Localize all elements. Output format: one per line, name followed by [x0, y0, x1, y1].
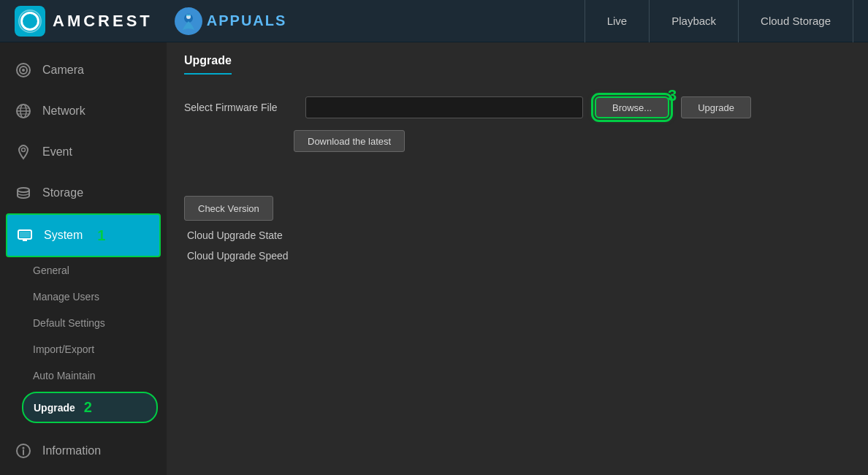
cloud-upgrade-state-label: Cloud Upgrade State [187, 229, 283, 241]
sidebar-label-information: Information [42, 444, 101, 457]
network-icon [15, 102, 32, 120]
firmware-row: Select Firmware File Browse... 3 Upgrade [184, 96, 850, 118]
upgrade-button[interactable]: Upgrade [681, 96, 751, 118]
event-icon [15, 143, 32, 161]
logo-area: AMCREST APPUALS [15, 6, 585, 37]
submenu-upgrade-label: Upgrade [34, 402, 75, 414]
storage-icon [15, 184, 32, 202]
annotation-3: 3 [668, 86, 677, 105]
sidebar-label-event: Event [42, 145, 72, 159]
sidebar: Camera Network Ev [0, 42, 167, 475]
amcrest-logo-text: AMCREST [53, 12, 153, 31]
browse-wrapper: Browse... 3 [595, 96, 669, 118]
sidebar-item-event[interactable]: Event [0, 132, 167, 172]
annotation-1: 1 [97, 227, 105, 244]
info-icon [15, 442, 32, 460]
submenu-general[interactable]: General [0, 257, 167, 284]
check-version-button[interactable]: Check Version [184, 196, 273, 221]
sidebar-item-storage[interactable]: Storage [0, 172, 167, 213]
check-version-row: Check Version [184, 196, 850, 221]
annotation-2: 2 [84, 399, 92, 416]
submenu-default-settings[interactable]: Default Settings [0, 310, 167, 336]
sidebar-item-system[interactable]: System 1 [6, 213, 161, 257]
camera-icon [15, 61, 32, 79]
sidebar-label-system: System [44, 229, 83, 242]
download-row: Download the latest [184, 130, 850, 152]
content-body: Select Firmware File Browse... 3 Upgrade… [167, 75, 868, 475]
sidebar-label-storage: Storage [42, 186, 83, 200]
svg-rect-14 [20, 232, 30, 238]
sidebar-label-network: Network [42, 104, 85, 118]
svg-point-11 [22, 148, 26, 152]
nav-cloud-storage[interactable]: Cloud Storage [739, 0, 853, 42]
cloud-upgrade-speed-label: Cloud Upgrade Speed [187, 250, 289, 262]
firmware-label: Select Firmware File [184, 102, 294, 113]
submenu-import-export[interactable]: Import/Export [0, 336, 167, 362]
sidebar-label-camera: Camera [42, 64, 84, 77]
sidebar-item-camera[interactable]: Camera [0, 50, 167, 91]
content-area: Upgrade Select Firmware File Browse... 3… [167, 42, 868, 475]
svg-point-12 [18, 188, 29, 192]
cloud-upgrade-speed-row: Cloud Upgrade Speed [184, 250, 850, 262]
page-title: Upgrade [184, 54, 232, 72]
nav-live[interactable]: Live [585, 0, 650, 42]
svg-point-18 [23, 447, 25, 449]
firmware-file-input[interactable] [305, 96, 583, 118]
system-icon [16, 227, 34, 244]
cloud-upgrade-state-row: Cloud Upgrade State [184, 229, 850, 241]
appuals-logo-icon [175, 7, 202, 35]
sidebar-item-network[interactable]: Network [0, 91, 167, 132]
svg-rect-2 [186, 15, 191, 16]
submenu-auto-maintain[interactable]: Auto Maintain [0, 362, 167, 389]
svg-point-5 [22, 69, 25, 72]
download-button[interactable]: Download the latest [294, 130, 405, 152]
nav-playback[interactable]: Playback [650, 0, 739, 42]
sidebar-item-information[interactable]: Information [0, 430, 167, 471]
submenu-upgrade[interactable]: Upgrade 2 [22, 392, 158, 423]
amcrest-logo-icon [15, 6, 45, 37]
top-nav: AMCREST APPUALS Live Playback Cloud Stor… [0, 0, 868, 42]
main-layout: Camera Network Ev [0, 42, 868, 475]
browse-button[interactable]: Browse... [595, 96, 669, 118]
nav-links: Live Playback Cloud Storage [585, 0, 853, 42]
appuals-text: APPUALS [207, 12, 287, 29]
submenu-manage-users[interactable]: Manage Users [0, 284, 167, 310]
appuals-badge: APPUALS [175, 7, 287, 35]
